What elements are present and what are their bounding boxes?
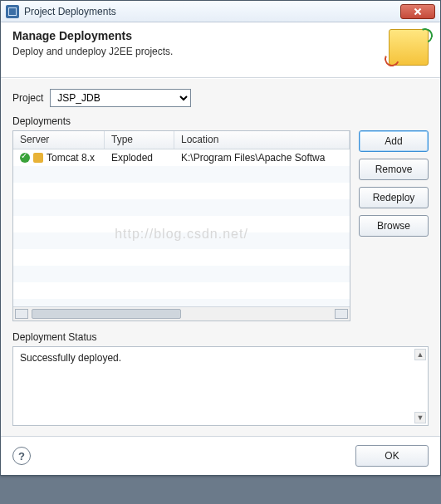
scroll-left-arrow-icon[interactable] (15, 309, 28, 319)
redeploy-button[interactable]: Redeploy (359, 187, 429, 208)
titlebar[interactable]: Project Deployments (1, 1, 440, 22)
browse-button[interactable]: Browse (359, 215, 429, 237)
project-row: Project JSP_JDB (12, 89, 429, 107)
add-button[interactable]: Add (359, 130, 429, 152)
page-title: Manage Deployments (12, 29, 173, 42)
status-ok-icon (20, 153, 30, 163)
action-buttons: Add Remove Redeploy Browse (359, 130, 429, 321)
table-row (13, 216, 350, 232)
header: Manage Deployments Deploy and undeploy J… (1, 22, 440, 78)
help-icon[interactable]: ? (12, 447, 31, 465)
deployments-split: Server Type Location Tomcat 8.x Exploded (12, 130, 429, 321)
ok-button[interactable]: OK (355, 445, 429, 467)
table-body: Tomcat 8.x Exploded K:\Program Files\Apa… (13, 149, 350, 306)
deploy-folder-icon (389, 29, 429, 66)
cell-type: Exploded (105, 150, 174, 165)
horizontal-scrollbar[interactable] (13, 306, 350, 321)
page-subtitle: Deploy and undeploy J2EE projects. (12, 46, 173, 57)
close-button[interactable] (400, 4, 435, 19)
project-label: Project (12, 92, 43, 104)
scroll-up-arrow-icon[interactable]: ▲ (414, 349, 426, 360)
table-row (13, 232, 350, 249)
window-title: Project Deployments (24, 6, 116, 17)
status-message: Successfully deployed. (20, 352, 121, 364)
table-header: Server Type Location (13, 131, 350, 149)
status-textarea[interactable]: Successfully deployed. ▲ ▼ (12, 346, 429, 426)
project-select[interactable]: JSP_JDB (50, 89, 191, 107)
footer: ? OK (1, 436, 440, 475)
cell-location: K:\Program Files\Apache Softwa (174, 150, 350, 165)
table-row (13, 299, 350, 306)
table-row (13, 266, 350, 282)
app-icon (6, 5, 19, 18)
scroll-down-arrow-icon[interactable]: ▼ (414, 412, 426, 423)
table-row (13, 166, 350, 183)
remove-button[interactable]: Remove (359, 159, 429, 180)
server-name: Tomcat 8.x (47, 152, 95, 164)
table-row (13, 249, 350, 266)
col-server[interactable]: Server (13, 131, 105, 149)
cell-server: Tomcat 8.x (13, 150, 105, 165)
body: Project JSP_JDB Deployments Server Type … (1, 78, 440, 436)
col-type[interactable]: Type (105, 131, 174, 149)
table-row (13, 282, 350, 299)
tomcat-icon (33, 153, 43, 163)
deployments-label: Deployments (12, 115, 429, 127)
dialog-window: Project Deployments Manage Deployments D… (0, 0, 441, 476)
table-row (13, 199, 350, 216)
table-row (13, 183, 350, 199)
content: Manage Deployments Deploy and undeploy J… (1, 22, 440, 475)
col-location[interactable]: Location (174, 131, 350, 149)
status-label: Deployment Status (12, 331, 429, 343)
scroll-right-arrow-icon[interactable] (335, 309, 348, 319)
deployments-table[interactable]: Server Type Location Tomcat 8.x Exploded (12, 130, 350, 321)
table-row[interactable]: Tomcat 8.x Exploded K:\Program Files\Apa… (13, 149, 350, 166)
scroll-thumb[interactable] (32, 309, 181, 319)
